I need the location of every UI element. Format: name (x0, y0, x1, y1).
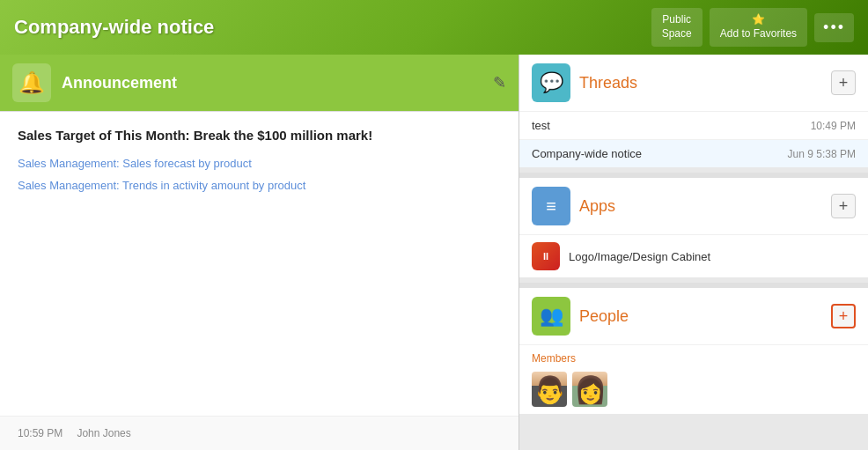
announcement-link-1[interactable]: Sales Management: Sales forecast by prod… (18, 157, 501, 170)
apps-header: ≡ Apps + (519, 178, 868, 234)
main-content: 🔔 Announcement ✎ Sales Target of This Mo… (0, 55, 868, 450)
announcement-footer: 10:59 PM John Jones (0, 416, 519, 450)
thread-name: test (532, 119, 550, 132)
app-logo-icon: II (532, 242, 560, 270)
people-body: Members 👨 👩 (519, 344, 868, 414)
add-to-favorites-button[interactable]: ⭐ Add to Favorites (710, 8, 807, 46)
app-name: Logo/Image/Design Cabinet (569, 250, 710, 263)
announcement-section-title: Announcement (62, 74, 482, 92)
left-panel: 🔔 Announcement ✎ Sales Target of This Mo… (0, 55, 519, 450)
threads-title: Threads (579, 74, 822, 92)
thread-name: Company-wide notice (532, 147, 642, 160)
thread-time: Jun 9 5:38 PM (788, 148, 856, 160)
announcement-link-2[interactable]: Sales Management: Trends in activity amo… (18, 179, 501, 192)
thread-time: 10:49 PM (811, 120, 856, 132)
app-logo-letters: II (543, 251, 548, 262)
avatar: 👩 (572, 372, 607, 407)
apps-section: ≡ Apps + II Logo/Image/Design Cabinet (519, 178, 868, 277)
thread-item[interactable]: Company-wide notice Jun 9 5:38 PM (519, 139, 868, 167)
apps-icon-wrap: ≡ (532, 187, 570, 225)
announcement-main-text: Sales Target of This Month: Break the $1… (18, 128, 501, 143)
people-header: 👥 People + (519, 288, 868, 344)
avatar-person-icon: 👩 (574, 374, 607, 405)
header-actions: PublicSpace ⭐ Add to Favorites ••• (651, 8, 854, 46)
avatars-row: 👨 👩 (532, 372, 856, 407)
page-header: Company-wide notice PublicSpace ⭐ Add to… (0, 0, 868, 55)
page-title: Company-wide notice (14, 16, 214, 39)
public-space-button[interactable]: PublicSpace (651, 8, 702, 46)
edit-icon[interactable]: ✎ (493, 73, 506, 92)
people-icon: 👥 (540, 305, 563, 328)
bell-icon-wrap: 🔔 (12, 63, 51, 102)
apps-add-button[interactable]: + (831, 194, 856, 218)
announcement-body: Sales Target of This Month: Break the $1… (0, 112, 519, 416)
people-section: 👥 People + Members 👨 👩 (519, 288, 868, 414)
app-item[interactable]: II Logo/Image/Design Cabinet (519, 234, 868, 277)
announcement-timestamp: 10:59 PM (18, 427, 63, 439)
apps-title: Apps (579, 197, 822, 216)
announcement-author: John Jones (77, 427, 130, 439)
people-icon-wrap: 👥 (532, 297, 570, 336)
favorites-icon: ⭐ (752, 13, 765, 26)
people-add-button[interactable]: + (831, 304, 856, 328)
avatar: 👨 (532, 372, 567, 407)
threads-icon: 💬 (540, 71, 563, 94)
right-panel: 💬 Threads + test 10:49 PM Company-wide n… (519, 55, 868, 450)
threads-add-button[interactable]: + (831, 70, 856, 95)
members-label: Members (532, 352, 856, 365)
thread-item[interactable]: test 10:49 PM (519, 111, 868, 139)
apps-icon: ≡ (546, 196, 556, 217)
announcement-header: 🔔 Announcement ✎ (0, 55, 519, 112)
bell-icon: 🔔 (18, 70, 45, 95)
more-options-button[interactable]: ••• (814, 13, 854, 42)
threads-header: 💬 Threads + (519, 55, 868, 111)
threads-section: 💬 Threads + test 10:49 PM Company-wide n… (519, 55, 868, 167)
people-title: People (579, 307, 822, 326)
threads-icon-wrap: 💬 (532, 63, 570, 102)
avatar-person-icon: 👨 (533, 374, 566, 405)
